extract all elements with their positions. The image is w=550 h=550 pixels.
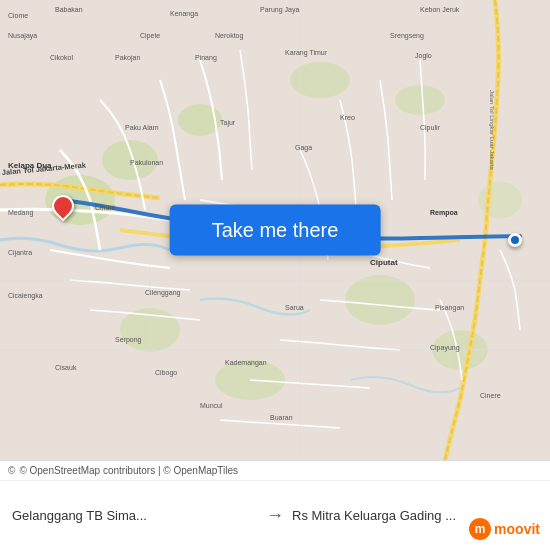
svg-text:Parung Jaya: Parung Jaya [260,6,299,14]
svg-text:Srengseng: Srengseng [390,32,424,40]
svg-point-6 [345,275,415,325]
svg-text:Pinang: Pinang [195,54,217,62]
svg-text:Cipulir: Cipulir [420,124,441,132]
origin-label: Gelanggang TB Sima... [12,508,258,523]
svg-text:Rempoa: Rempoa [430,209,458,217]
attribution-text: © OpenStreetMap contributors | © OpenMap… [19,465,238,476]
svg-text:Ciputat: Ciputat [370,258,398,267]
svg-text:Nusajaya: Nusajaya [8,32,37,40]
attribution-row: © © OpenStreetMap contributors | © OpenM… [0,461,550,481]
svg-text:Pisangan: Pisangan [435,304,464,312]
svg-text:Medang: Medang [8,209,33,217]
svg-text:Cipayung: Cipayung [430,344,460,352]
svg-point-10 [478,182,522,218]
svg-point-4 [290,62,350,98]
svg-point-5 [395,85,445,115]
origin-marker [52,195,74,217]
svg-text:Kreo: Kreo [340,114,355,121]
svg-text:Karang Timur: Karang Timur [285,49,328,57]
moovit-brand-name: moovit [494,521,540,537]
svg-text:Cisauk: Cisauk [55,364,77,371]
svg-text:Neroktog: Neroktog [215,32,244,40]
svg-text:Cibogo: Cibogo [155,369,177,377]
svg-text:Joglo: Joglo [415,52,432,60]
svg-text:Serpong: Serpong [115,336,142,344]
svg-text:Muncul: Muncul [200,402,223,409]
svg-text:Cijantra: Cijantra [8,249,32,257]
svg-text:Cilenggang: Cilenggang [145,289,181,297]
svg-text:Kademangan: Kademangan [225,359,267,367]
svg-text:Gaga: Gaga [295,144,312,152]
svg-text:Cicalengka: Cicalengka [8,292,43,300]
svg-text:Cipete: Cipete [140,32,160,40]
moovit-icon: m [469,518,491,540]
svg-text:Cinere: Cinere [480,392,501,399]
bottom-bar: © © OpenStreetMap contributors | © OpenM… [0,460,550,550]
moovit-logo: m moovit [469,518,540,540]
take-me-there-button[interactable]: Take me there [170,205,381,256]
copyright-icon: © [8,465,15,476]
svg-text:Ciome: Ciome [8,12,28,19]
svg-text:Tajur: Tajur [220,119,236,127]
arrow-icon: → [266,505,284,526]
destination-marker [508,233,522,247]
svg-text:Pakojan: Pakojan [115,54,140,62]
svg-text:Jalan Tol Lingkar Luar Jakarta: Jalan Tol Lingkar Luar Jakarta [489,90,495,171]
svg-text:Pakulonan: Pakulonan [130,159,163,166]
svg-text:Kelapa Dua: Kelapa Dua [8,161,52,170]
svg-text:Sarua: Sarua [285,304,304,311]
route-row: Gelanggang TB Sima... → Rs Mitra Keluarg… [0,481,550,550]
svg-text:Cikokol: Cikokol [50,54,73,61]
svg-text:Kebon Jeruk: Kebon Jeruk [420,6,460,13]
svg-text:Buaran: Buaran [270,414,293,421]
svg-text:Paku Alam: Paku Alam [125,124,159,131]
map-container: Ciome Babakan Kenanga Parung Jaya Kebon … [0,0,550,460]
svg-text:Kenanga: Kenanga [170,10,198,18]
svg-text:Babakan: Babakan [55,6,83,13]
svg-text:Cihuni: Cihuni [95,204,115,211]
